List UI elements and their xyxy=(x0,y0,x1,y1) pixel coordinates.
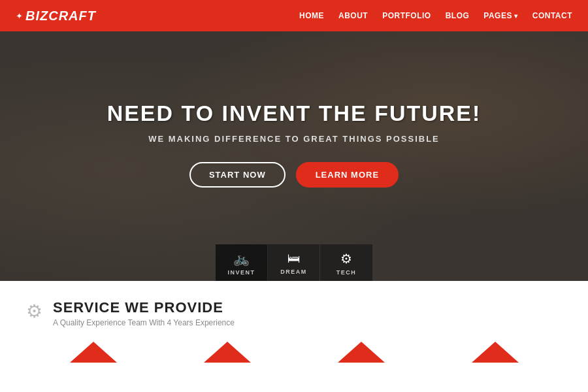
services-title-block: SERVICE WE PROVIDE A Quality Experience … xyxy=(53,299,235,327)
logo[interactable]: ✦ BizCraft xyxy=(16,8,96,24)
hero-title: NEED TO INVENT THE FUTURE! xyxy=(107,101,482,126)
hero-tab-dream[interactable]: 🛏 DREAM xyxy=(268,244,320,281)
dream-icon: 🛏 xyxy=(287,251,301,266)
tech-icon: ⚙ xyxy=(340,251,352,267)
service-card-1[interactable] xyxy=(26,342,160,363)
service-card-4[interactable] xyxy=(428,342,562,363)
hero-tabs: 🚲 INVENT 🛏 DREAM ⚙ TECH xyxy=(216,244,372,281)
learn-more-button[interactable]: LEARN MORE xyxy=(296,162,399,188)
nav-pages[interactable]: PAGES xyxy=(483,11,517,20)
card-arrow-2 xyxy=(204,342,251,363)
services-section: ⚙ SERVICE WE PROVIDE A Quality Experienc… xyxy=(0,281,588,392)
hero-tab-tech[interactable]: ⚙ TECH xyxy=(320,244,372,281)
nav-portfolio[interactable]: PORTFOLIO xyxy=(382,11,431,20)
dream-label: DREAM xyxy=(280,269,307,275)
nav-contact[interactable]: CONTACT xyxy=(532,11,572,20)
invent-label: INVENT xyxy=(227,269,255,276)
hero-content: NEED TO INVENT THE FUTURE! WE MAKING DIF… xyxy=(107,94,482,188)
tech-label: TECH xyxy=(336,269,357,276)
start-now-button[interactable]: START NOW xyxy=(189,162,286,188)
services-title: SERVICE WE PROVIDE xyxy=(53,299,235,316)
hero-tab-invent[interactable]: 🚲 INVENT xyxy=(216,244,268,281)
hero-subtitle: WE MAKING DIFFERENCE TO GREAT THINGS POS… xyxy=(107,134,482,144)
services-subtitle: A Quality Experience Team With 4 Years E… xyxy=(53,318,235,327)
nav-blog[interactable]: BLOG xyxy=(446,11,470,20)
service-card-2[interactable] xyxy=(160,342,294,363)
logo-text: BizCraft xyxy=(25,8,96,24)
nav-about[interactable]: ABOUT xyxy=(338,11,368,20)
hero-buttons: START NOW LEARN MORE xyxy=(107,162,482,188)
nav-home[interactable]: HOME xyxy=(299,11,324,20)
card-arrow-1 xyxy=(70,342,117,363)
services-gear-icon: ⚙ xyxy=(26,301,42,322)
service-cards xyxy=(26,342,562,363)
services-header: ⚙ SERVICE WE PROVIDE A Quality Experienc… xyxy=(26,299,562,327)
card-arrow-3 xyxy=(338,342,385,363)
logo-icon: ✦ xyxy=(16,11,23,21)
card-arrow-4 xyxy=(472,342,519,363)
hero-section: NEED TO INVENT THE FUTURE! WE MAKING DIF… xyxy=(0,0,588,281)
main-nav: HOME ABOUT PORTFOLIO BLOG PAGES CONTACT xyxy=(299,11,572,20)
header: ✦ BizCraft HOME ABOUT PORTFOLIO BLOG PAG… xyxy=(0,0,588,31)
invent-icon: 🚲 xyxy=(233,251,250,267)
service-card-3[interactable] xyxy=(294,342,428,363)
